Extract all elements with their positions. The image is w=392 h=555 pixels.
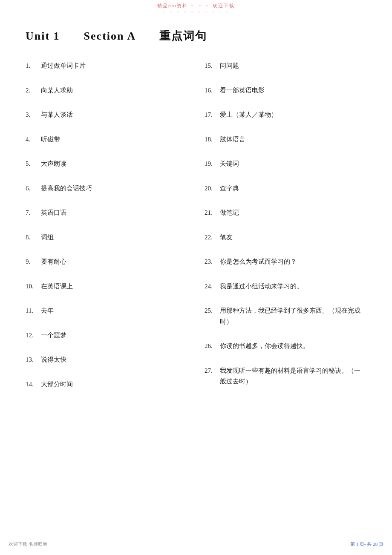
item-number: 19. [205,158,220,170]
item-text: 查字典 [220,183,366,194]
list-item: 27. 我发现听一些有趣的材料是语言学习的秘诀。（一般过去时） [205,365,366,387]
list-item: 15. 问问题 [205,60,366,72]
list-item: 7. 英语口语 [26,207,187,219]
item-text: 肢体语言 [220,134,366,145]
banner-dashes: － － － － － － － － － － [162,9,231,14]
list-item: 6. 提高我的会话技巧 [26,183,187,194]
list-item: 11. 去年 [26,305,187,316]
list-item: 14. 大部分时间 [26,379,187,390]
item-number: 12. [26,330,41,341]
title-row: Unit 1 Section A 重点词句 [26,24,366,43]
item-number: 24. [205,281,220,292]
item-number: 22. [205,232,220,243]
item-number: 2. [26,85,41,96]
item-text: 去年 [41,305,187,316]
item-number: 10. [26,281,41,292]
item-number: 18. [205,134,220,145]
footer-left: 欢迎下载 名师归地 [9,541,47,547]
banner-text: 精品ppt资料 － － － 欢迎下载 [157,3,235,8]
list-item: 17. 爱上（某人／某物） [205,109,366,121]
item-number: 7. [26,207,41,219]
item-number: 15. [205,60,220,72]
item-text: 大部分时间 [41,379,187,390]
list-item: 1. 通过做单词卡片 [26,60,187,72]
item-number: 11. [26,305,41,316]
list-item: 19. 关键词 [205,158,366,170]
item-number: 5. [26,158,41,170]
list-item: 20. 查字典 [205,183,366,194]
page-title: Unit 1 Section A 重点词句 [26,29,207,43]
item-text: 与某人谈话 [41,109,187,121]
item-number: 8. [26,232,41,243]
item-text: 你读的书越多，你会读得越快。 [220,341,366,352]
item-number: 1. [26,60,41,72]
top-banner: 精品ppt资料 － － － 欢迎下载 － － － － － － － － － － [0,0,392,16]
item-number: 25. [205,305,220,316]
item-text: 大声朗读 [41,158,187,170]
item-number: 17. [205,109,220,121]
list-item: 16. 看一部英语电影 [205,85,366,96]
right-column: 15. 问问题 16. 看一部英语电影 17. 爱上（某人／某物） 18. 肢体… [205,60,366,403]
item-text: 你是怎么为考试而学习的？ [220,256,366,267]
list-item: 10. 在英语课上 [26,281,187,292]
item-text: 要有耐心 [41,256,187,267]
item-text: 看一部英语电影 [220,85,366,96]
list-item: 24. 我是通过小组活动来学习的。 [205,281,366,292]
item-number: 16. [205,85,220,96]
two-column-layout: 1. 通过做单词卡片 2. 向某人求助 3. 与某人谈话 4. 听磁带 5. 大… [26,60,366,403]
list-item: 22. 笔友 [205,232,366,243]
item-text: 提高我的会话技巧 [41,183,187,194]
item-text: 一个噩梦 [41,330,187,341]
item-number: 20. [205,183,220,194]
list-item: 12. 一个噩梦 [26,330,187,341]
list-item: 26. 你读的书越多，你会读得越快。 [205,341,366,352]
item-number: 13. [26,354,41,365]
item-number: 27. [205,365,220,377]
item-text: 我是通过小组活动来学习的。 [220,281,366,292]
item-text: 说得太快 [41,354,187,365]
item-text: 我发现听一些有趣的材料是语言学习的秘诀。（一般过去时） [220,365,366,387]
list-item: 3. 与某人谈话 [26,109,187,121]
list-item: 5. 大声朗读 [26,158,187,170]
list-item: 18. 肢体语言 [205,134,366,145]
item-text: 爱上（某人／某物） [220,109,366,121]
item-text: 在英语课上 [41,281,187,292]
item-text: 做笔记 [220,207,366,219]
list-item: 23. 你是怎么为考试而学习的？ [205,256,366,267]
item-number: 23. [205,256,220,267]
item-number: 3. [26,109,41,121]
item-number: 9. [26,256,41,267]
item-text: 词组 [41,232,187,243]
item-text: 用那种方法，我已经学到了很多东西。（现在完成时） [220,305,366,327]
left-column: 1. 通过做单词卡片 2. 向某人求助 3. 与某人谈话 4. 听磁带 5. 大… [26,60,187,403]
item-number: 14. [26,379,41,390]
item-text: 向某人求助 [41,85,187,96]
item-text: 英语口语 [41,207,187,219]
list-item: 2. 向某人求助 [26,85,187,96]
list-item: 21. 做笔记 [205,207,366,219]
item-text: 听磁带 [41,134,187,145]
list-item: 25. 用那种方法，我已经学到了很多东西。（现在完成时） [205,305,366,327]
footer-right: 第 1 页- 共 28 页 [350,541,383,547]
item-number: 6. [26,183,41,194]
item-text: 笔友 [220,232,366,243]
footer: 欢迎下载 名师归地 第 1 页- 共 28 页 [0,541,392,547]
item-number: 26. [205,341,220,352]
item-text: 问问题 [220,60,366,72]
list-item: 8. 词组 [26,232,187,243]
item-text: 关键词 [220,158,366,170]
list-item: 9. 要有耐心 [26,256,187,267]
list-item: 4. 听磁带 [26,134,187,145]
page-content: Unit 1 Section A 重点词句 1. 通过做单词卡片 2. 向某人求… [0,16,392,429]
item-number: 4. [26,134,41,145]
list-item: 13. 说得太快 [26,354,187,365]
item-number: 21. [205,207,220,219]
item-text: 通过做单词卡片 [41,60,187,72]
